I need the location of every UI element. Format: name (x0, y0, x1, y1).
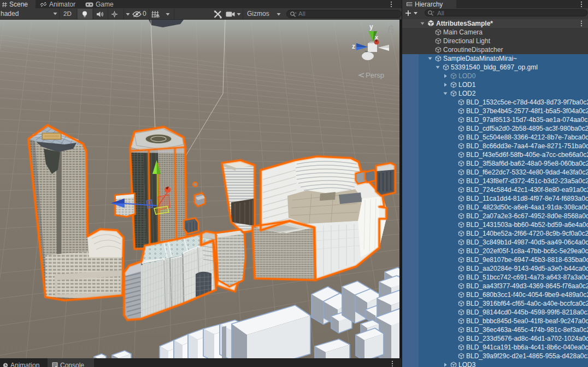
svg-text:Persp: Persp (366, 71, 384, 79)
svg-text:z: z (352, 43, 355, 50)
svg-text:y: y (369, 23, 373, 31)
svg-text:x: x (375, 34, 379, 40)
